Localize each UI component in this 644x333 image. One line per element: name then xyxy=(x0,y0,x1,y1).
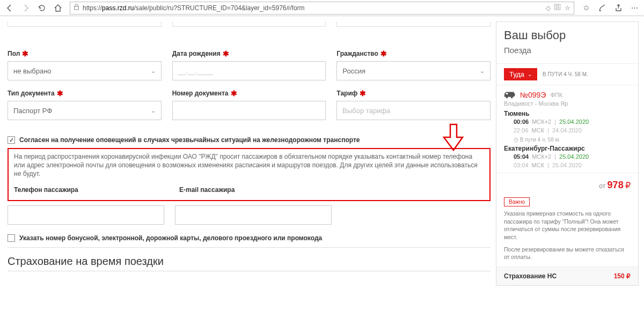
url-bar[interactable]: https://pass.rzd.ru/sale/public/ru?STRUC… xyxy=(70,2,574,14)
divider xyxy=(8,247,491,248)
svg-rect-2 xyxy=(557,4,558,10)
important-text-2: После резервирования вы можете отказатьс… xyxy=(504,246,631,261)
docnum-label: Номер документа xyxy=(172,90,229,97)
favorites-icon[interactable]: ✩ xyxy=(579,1,594,15)
covid-notice-box: На период распространения коронавирусной… xyxy=(8,148,491,201)
travel-time: В ПУТИ 4 Ч. 58 М. xyxy=(543,71,588,77)
email-input[interactable] xyxy=(175,205,332,225)
doctype-select[interactable]: Паспорт РФ⌄ xyxy=(8,101,162,120)
insurance-row[interactable]: Страхование НС 150 ₽ xyxy=(496,267,638,285)
svg-rect-4 xyxy=(506,93,508,94)
citizenship-label: Гражданство xyxy=(336,50,378,57)
train-route: Владивост - Москва Яр xyxy=(496,100,638,110)
phone-label: Телефон пассажира xyxy=(14,186,164,194)
dep-time-msk: 22:06МСК|24.04.2020 xyxy=(496,126,638,135)
consent-checkbox[interactable] xyxy=(8,136,15,144)
star-icon[interactable]: ☆ xyxy=(565,4,570,12)
important-text-1: Указана примерная стоимость на одного па… xyxy=(504,210,631,241)
train-company: ФПК xyxy=(550,92,562,98)
gender-select[interactable]: не выбрано⌄ xyxy=(8,61,162,80)
forward-icon[interactable] xyxy=(18,1,33,15)
svg-rect-3 xyxy=(559,4,560,10)
home-icon[interactable] xyxy=(50,1,65,15)
refresh-icon[interactable] xyxy=(34,1,49,15)
tariff-label: Тариф xyxy=(336,90,357,97)
insurance-section-title: Страхование на время поездки xyxy=(8,255,491,268)
sidebar-title: Ваш выбор xyxy=(504,28,631,42)
chevron-down-icon: ⌄ xyxy=(480,68,485,75)
birthdate-label: Дата рождения xyxy=(172,50,221,57)
direction-button[interactable]: Туда⌄ xyxy=(504,68,537,80)
edit-icon[interactable] xyxy=(595,1,610,15)
bonus-checkbox[interactable] xyxy=(8,234,15,242)
citizenship-select[interactable]: Россия⌄ xyxy=(336,61,491,80)
docnum-input[interactable] xyxy=(172,101,326,120)
arr-time-msk: 03:04МСК|25.04.2020 xyxy=(496,161,638,169)
svg-rect-1 xyxy=(554,4,556,10)
share-icon[interactable] xyxy=(611,1,626,15)
previous-row-stubs xyxy=(8,21,491,42)
lock-icon xyxy=(74,4,79,12)
travel-between: ◷ В пути 4 ч. 58 м. xyxy=(496,135,638,145)
url-text: https://pass.rzd.ru/sale/public/ru?STRUC… xyxy=(83,4,543,12)
sidebar-subtitle: Поезда xyxy=(504,46,631,55)
arrow-down-annotation xyxy=(442,123,465,151)
main-content: Пол✱ не выбрано⌄ Дата рождения✱ __.__.__… xyxy=(5,16,496,286)
library-icon[interactable] xyxy=(554,3,561,12)
selection-sidebar: Ваш выбор Поезда Туда⌄ В ПУТИ 4 Ч. 58 М.… xyxy=(496,21,639,286)
chevron-down-icon: ⌄ xyxy=(151,68,156,75)
more-icon[interactable]: ⋯ xyxy=(627,1,642,15)
consent-label: Согласен на получение оповещений в случа… xyxy=(19,136,360,144)
doctype-label: Тип документа xyxy=(8,90,55,97)
phone-input[interactable] xyxy=(8,205,164,225)
divider xyxy=(8,271,491,271)
gender-label: Пол xyxy=(8,50,20,57)
bonus-label: Указать номер бонусной, электронной, дор… xyxy=(19,234,322,242)
train-icon xyxy=(504,91,516,99)
departure-city: Тюмень xyxy=(496,110,638,117)
arrival-city: Екатеринбург-Пассажирс xyxy=(496,145,638,152)
back-icon[interactable] xyxy=(2,1,17,15)
price-row: от 978 ₽ xyxy=(496,176,638,194)
email-label: E-mail пассажира xyxy=(179,186,330,194)
dep-time-local: 00:06МСК+2|25.04.2020 xyxy=(496,117,638,126)
tariff-select[interactable]: Выбор тарифа xyxy=(336,101,491,120)
svg-point-6 xyxy=(511,97,513,99)
svg-point-5 xyxy=(506,97,508,99)
train-number: №099Э xyxy=(520,91,546,99)
important-tag: Важно xyxy=(504,197,530,206)
chevron-down-icon: ⌄ xyxy=(528,71,532,77)
birthdate-input[interactable]: __.__.____ xyxy=(172,61,326,80)
arr-time-local: 05:04МСК+2|25.04.2020 xyxy=(496,152,638,161)
reader-icon[interactable]: ◇ xyxy=(546,4,551,12)
browser-toolbar: https://pass.rzd.ru/sale/public/ru?STRUC… xyxy=(0,0,644,16)
chevron-down-icon: ⌄ xyxy=(151,107,156,114)
svg-rect-0 xyxy=(75,6,79,10)
covid-notice-text: На период распространения коронавирусной… xyxy=(14,152,484,179)
